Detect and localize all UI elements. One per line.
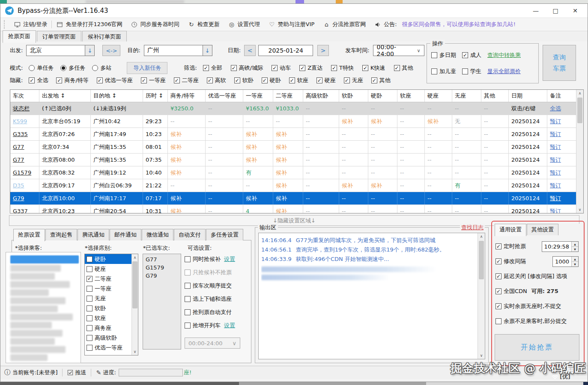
option-checkbox[interactable]: 抢到票自动支付 (185, 308, 232, 316)
column-header[interactable]: 硬座 (425, 90, 452, 102)
filter-checkbox[interactable]: K快速 (362, 64, 385, 72)
seat-class-checkbox[interactable]: 软座 (87, 314, 106, 322)
seat-class-checkbox[interactable]: 高级软卧 (87, 334, 117, 342)
book-link[interactable]: 预订 (547, 128, 576, 140)
setting-spinner-input[interactable]: 10:29:58▲▼ (542, 241, 579, 252)
toolbar-item-2[interactable]: 免登录打开12306官网 (52, 21, 126, 28)
train-row-G77[interactable]: G77北京07:34广州南15:3508:01候补--候补候补---------… (10, 141, 576, 154)
filter-checkbox[interactable]: 其他 (394, 64, 413, 72)
train-row-G77[interactable]: G77北京西08:00广州南15:3507:35候补--候补候补--------… (10, 154, 576, 166)
spinner-down-icon[interactable]: ▼ (572, 262, 578, 267)
book-link[interactable]: 预订 (547, 192, 576, 204)
spinner-arrows[interactable]: ▲▼ (571, 242, 578, 252)
hide-checkbox[interactable]: 其他 (371, 77, 391, 84)
passenger-row-blurred[interactable] (10, 346, 66, 353)
tab-邮件通知[interactable]: 邮件通知 (110, 229, 141, 240)
tab-自动支付[interactable]: 自动支付 (174, 229, 206, 240)
book-link[interactable]: 预订 (547, 166, 576, 179)
train-number-link[interactable]: K599 (10, 115, 39, 127)
operation-checkbox[interactable]: 学生 (462, 68, 481, 75)
destination-input[interactable]: 广州 (144, 45, 203, 56)
scroll-up-icon[interactable] (478, 233, 485, 240)
toolbar-item-7[interactable]: ⌂分流抢票官网 (319, 21, 370, 28)
passenger-row-blurred[interactable] (10, 354, 48, 361)
hide-checkbox[interactable]: 商务/特等 (56, 77, 88, 84)
column-header[interactable]: 软卧 (339, 90, 368, 102)
scroll-down-icon[interactable] (576, 206, 583, 213)
column-header[interactable]: 硬卧 (368, 90, 397, 102)
hide-checkbox[interactable]: 无座 (344, 77, 363, 84)
seat-class-row[interactable]: 优选一等座 (85, 343, 131, 352)
depart-input[interactable]: 北京 (26, 45, 85, 56)
scrollbar-thumb[interactable] (479, 241, 484, 279)
seat-class-checkbox[interactable]: 一等座 (87, 285, 111, 293)
passenger-row-blurred[interactable] (10, 297, 66, 304)
column-header[interactable]: 二等座 (273, 90, 303, 102)
tab-微信通知[interactable]: 微信通知 (142, 229, 173, 240)
passenger-row-blurred[interactable] (10, 314, 73, 320)
train-number-link[interactable]: G77 (10, 141, 39, 153)
passenger-row-blurred[interactable] (10, 289, 49, 296)
seat-class-row[interactable]: 无座 (85, 293, 131, 303)
column-header[interactable]: 其他 (481, 90, 509, 102)
passenger-row-blurred[interactable] (10, 322, 52, 329)
general-setting-checkbox[interactable]: 定时抢票 (495, 243, 526, 250)
column-header[interactable]: 优选一等座 (206, 90, 243, 102)
spinner-down-icon[interactable]: ▼ (572, 247, 578, 252)
seat-class-checkbox[interactable]: 优选一等座 (87, 344, 122, 352)
option-checkbox[interactable]: 按车次顺序提交 (185, 282, 232, 290)
tab-腾讯通知[interactable]: 腾讯通知 (78, 229, 109, 240)
toolbar-item-3[interactable]: 同步服务器时间 (127, 21, 184, 28)
filter-checkbox[interactable]: 动车 (272, 64, 291, 72)
book-link[interactable]: 预订 (547, 115, 576, 127)
scrollbar-thumb[interactable] (132, 261, 137, 308)
train-number-link[interactable]: G1579 (10, 166, 39, 179)
hide-checkbox[interactable]: 硬卧 (262, 77, 281, 84)
passenger-row-blurred[interactable] (10, 330, 63, 337)
seat-class-row[interactable]: 硬座 (85, 264, 131, 274)
mode-radio[interactable]: 多站 (92, 64, 111, 72)
train-row-G335[interactable]: G335北京西07:26广州南17:4910:23候补--候补候补-------… (10, 128, 576, 141)
passenger-row-blurred[interactable] (10, 281, 70, 288)
selected-trains-box[interactable]: G77G1579G79 (143, 254, 181, 349)
seat-list-scrollbar[interactable] (131, 254, 138, 355)
column-header[interactable]: 无座 (452, 90, 481, 102)
toolbar-item-4[interactable]: ↻检查更新 (184, 21, 224, 28)
option-checkbox[interactable]: 只抢候补不抢票 (185, 269, 232, 276)
train-row-G1579[interactable]: G1579北京西08:32广州南19:1210:40候补--有候补-------… (10, 166, 576, 179)
train-row-D35[interactable]: D35北京西09:17广州白云06:3921:22------候补--候补候补-… (10, 179, 576, 192)
setting-spinner-input[interactable]: 1000▲▼ (552, 256, 579, 267)
general-setting-checkbox[interactable]: 延迟关闭 [修改间隔] 选项 (495, 272, 567, 280)
passenger-row-blurred[interactable] (10, 305, 58, 312)
tab-多任务设置[interactable]: 多任务设置 (206, 229, 243, 240)
date-next-button[interactable]: > (317, 45, 329, 56)
spinner-arrows[interactable]: ▲▼ (571, 257, 578, 267)
column-header[interactable]: 软座 (397, 90, 425, 102)
train-number-link[interactable]: G335 (10, 128, 39, 140)
toolbar-item-6[interactable]: ♡赞助与注册VIP (264, 21, 319, 28)
mode-radio[interactable]: 多任务 (60, 64, 85, 72)
tab-通用设置[interactable]: 通用设置 (495, 224, 526, 236)
toolbar-item-1[interactable]: 注销/登录 (9, 21, 51, 28)
passenger-row-blurred[interactable] (10, 273, 55, 280)
train-row-K599[interactable]: K599北京丰台05:19广州10:4229:23----------候补候补-… (10, 115, 576, 128)
select-all-link[interactable]: 全选 (547, 102, 576, 115)
column-header[interactable]: 日期 (509, 90, 547, 102)
book-link[interactable]: 预订 (547, 179, 576, 192)
seat-class-row[interactable]: 软卧 (85, 303, 131, 313)
train-number-link[interactable]: G77 (10, 154, 39, 166)
tab-订单管理页面[interactable]: 订单管理页面 (37, 31, 81, 42)
spinner-up-icon[interactable]: ▲ (572, 257, 578, 262)
find-log-link[interactable]: 查找日志 (460, 224, 485, 231)
show-all-prices-link[interactable]: 显示全部票价 (487, 68, 521, 75)
passenger-row-blurred[interactable] (10, 265, 61, 272)
book-link[interactable]: 预订 (547, 154, 576, 166)
seat-class-row[interactable]: 硬卧 (85, 254, 131, 264)
tab-抢票设置[interactable]: 抢票设置 (13, 229, 45, 241)
train-number-link[interactable]: G337 (10, 205, 39, 213)
option-settings-link[interactable]: 设置 (224, 255, 235, 263)
hide-checkbox[interactable]: 高软 (207, 77, 226, 84)
column-header[interactable]: 出发地 ↕ (39, 90, 91, 102)
scroll-down-icon[interactable] (478, 352, 485, 359)
train-number-link[interactable]: D35 (10, 179, 39, 192)
